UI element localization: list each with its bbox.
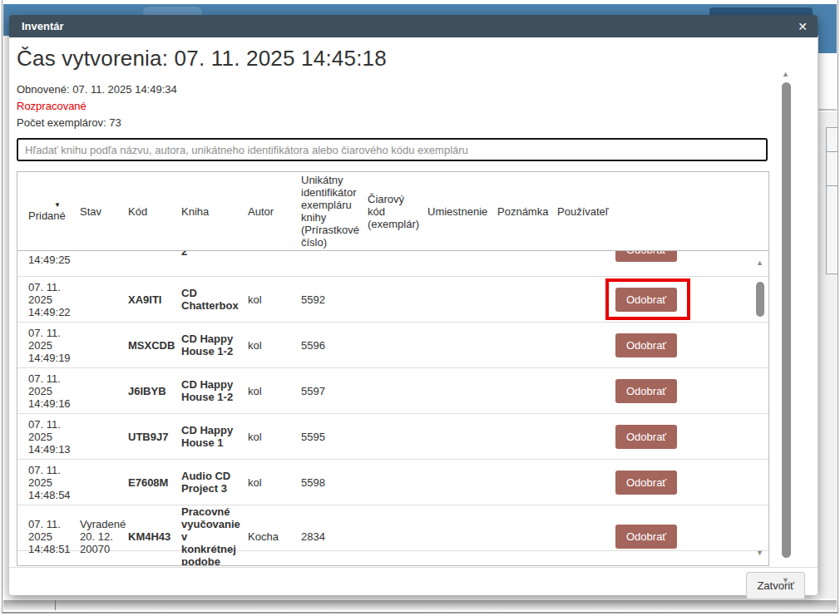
inventory-modal: Inventár ✕ Čas vytvorenia: 07. 11. 2025 … <box>9 15 818 595</box>
status-label: Rozpracované <box>17 100 818 112</box>
modal-scrollbar-thumb[interactable] <box>782 82 791 558</box>
background-table-line <box>826 151 838 152</box>
cell-kniha: CD Happy House 1-2 <box>170 378 237 403</box>
scroll-down-icon[interactable]: ▼ <box>782 577 789 584</box>
modal-body: Čas vytvorenia: 07. 11. 2025 14:45:18 Ob… <box>9 46 818 604</box>
cell-kniha: Audio CD Project 3 <box>170 470 237 495</box>
column-header-label: Umiestnenie <box>427 205 487 218</box>
odobrat-button[interactable]: Odobrať <box>615 471 677 495</box>
scroll-up-icon[interactable]: ▲ <box>782 71 789 78</box>
table-row: 07. 11. 2025 14:49:16J6IBYBCD Happy Hous… <box>17 368 768 414</box>
table-scrollbar-thumb[interactable] <box>756 282 764 317</box>
cell-identifikator: 5597 <box>290 385 357 397</box>
added-time-fragment: 14:49:25 <box>28 254 71 266</box>
cell-kod: KM4H43 <box>117 530 170 543</box>
cell-kod: UTB9J7 <box>117 431 170 443</box>
odobrat-button[interactable]: Odobrať <box>615 288 677 312</box>
column-header[interactable]: ▼Pridané <box>17 201 69 222</box>
cell-stav: Vyradené 20. 12. 20070 <box>69 518 117 555</box>
cell-autor: kol <box>237 339 290 352</box>
cell-action: Odobrať <box>606 471 768 495</box>
cell-kniha: CD Chatterbox <box>170 287 237 312</box>
copies-count-label: Počet exemplárov: 73 <box>17 116 818 129</box>
scroll-down-icon[interactable]: ▼ <box>756 549 763 557</box>
table-scrollbar[interactable]: ▲ ▼ <box>754 259 766 557</box>
cell-action: Odobrať <box>606 278 768 320</box>
close-icon[interactable]: ✕ <box>798 21 808 32</box>
cell-kniha: CD Happy House 1 <box>170 424 237 449</box>
column-header-label: Používateľ <box>557 205 609 218</box>
cell-added: 07. 11. 2025 14:49:16 <box>17 372 69 410</box>
background-table-line <box>826 185 838 186</box>
cell-action: Odobrať <box>606 379 768 403</box>
column-header: Poznámka <box>487 205 546 218</box>
cell-kod: MSXCDB <box>117 339 170 352</box>
cell-kod: XA9ITI <box>117 293 170 306</box>
table-row-partial: 14:49:25 2 Odobrať <box>17 251 768 277</box>
background-table-edge <box>826 127 838 274</box>
cell-kod: E7608M <box>117 476 170 489</box>
odobrat-button[interactable]: Odobrať <box>615 425 677 449</box>
column-header: Unikátny identifikátor exempláru knihy (… <box>290 174 357 249</box>
cell-autor: kol <box>237 385 290 397</box>
background-right-panel <box>818 53 837 111</box>
inventory-table: ▼PridanéStavKódKnihaAutorUnikátny identi… <box>17 171 769 566</box>
cell-autor: Kocha <box>237 530 290 543</box>
cell-action: Odobrať <box>606 525 768 549</box>
table-row: 07. 11. 2025 14:48:51Vyradené 20. 12. 20… <box>17 505 768 551</box>
column-header-label: Unikátny identifikátor exempláru knihy (… <box>301 174 359 249</box>
modal-title: Inventár <box>22 20 64 32</box>
cell-added: 07. 11. 2025 14:49:13 <box>17 418 69 456</box>
cell-kniha: CD Happy House 1-2 <box>170 333 237 357</box>
column-header-label: Poznámka <box>497 205 548 218</box>
cell-action: Odobrať <box>606 333 768 357</box>
cell-autor: kol <box>237 431 290 443</box>
table-row: 07. 11. 2025 14:49:13UTB9J7CD Happy Hous… <box>17 414 768 460</box>
table-row: 07. 11. 2025 14:49:22XA9ITICD Chatterbox… <box>17 277 768 323</box>
column-header: Umiestnenie <box>417 205 487 218</box>
column-header: Používateľ <box>546 205 606 218</box>
cell-added: 07. 11. 2025 14:48:54 <box>17 464 69 501</box>
cell-added: 07. 11. 2025 14:48:51 <box>17 518 69 555</box>
column-header: Čiarový kód (exemplár) <box>357 193 417 230</box>
odobrat-button[interactable]: Odobrať <box>615 333 677 357</box>
modal-header: Inventár ✕ <box>9 15 818 37</box>
cell-kod: J6IBYB <box>117 385 170 397</box>
cell-identifikator: 5592 <box>290 293 357 306</box>
odobrat-button[interactable]: Odobrať <box>615 251 677 262</box>
column-header: Kód <box>117 205 170 218</box>
background-top-bar-corner <box>818 33 837 54</box>
creation-time-heading: Čas vytvorenia: 07. 11. 2025 14:45:18 <box>17 46 818 71</box>
cell-added: 07. 11. 2025 14:49:19 <box>17 327 69 364</box>
table-scroll-viewport: 14:49:25 2 Odobrať 07. 11. 2025 14:49:22… <box>17 251 768 565</box>
odobrat-button[interactable]: Odobrať <box>615 379 677 403</box>
modal-scrollbar[interactable]: ▲ ▼ <box>781 71 793 584</box>
column-header-label: Pridané <box>28 209 66 222</box>
cell-identifikator: 2834 <box>290 530 357 543</box>
cell-identifikator: 5596 <box>290 339 357 352</box>
odobrat-button[interactable]: Odobrať <box>615 525 677 549</box>
cell-autor: kol <box>237 476 290 489</box>
zatvorit-button[interactable]: Zatvoriť <box>746 572 805 599</box>
column-header-label: Autor <box>248 205 274 218</box>
table-row: 07. 11. 2025 14:49:19MSXCDBCD Happy Hous… <box>17 323 768 368</box>
search-input[interactable] <box>17 138 768 161</box>
book-title-fragment: 2 <box>181 251 187 258</box>
modal-footer: Zatvoriť <box>9 567 818 604</box>
cell-action: Odobrať <box>606 425 768 449</box>
column-header: Stav <box>69 205 117 218</box>
column-header-label: Kód <box>128 205 147 218</box>
column-header-label: Stav <box>80 205 101 218</box>
column-header-label: Čiarový kód (exemplár) <box>368 193 419 230</box>
refreshed-label: Obnovené: 07. 11. 2025 14:49:34 <box>17 83 818 96</box>
scroll-up-icon[interactable]: ▲ <box>756 259 763 267</box>
cell-identifikator: 5598 <box>290 476 357 489</box>
highlight-rectangle: Odobrať <box>605 278 690 320</box>
column-header: Autor <box>237 205 290 218</box>
table-header-row: ▼PridanéStavKódKnihaAutorUnikátny identi… <box>17 172 768 251</box>
cell-kniha: Pracovné vyučovanie v konkrétnej podobe <box>170 505 237 565</box>
cell-autor: kol <box>237 293 290 306</box>
cell-identifikator: 5595 <box>290 431 357 443</box>
column-header: Kniha <box>170 205 237 218</box>
sort-descending-icon: ▼ <box>28 201 69 209</box>
